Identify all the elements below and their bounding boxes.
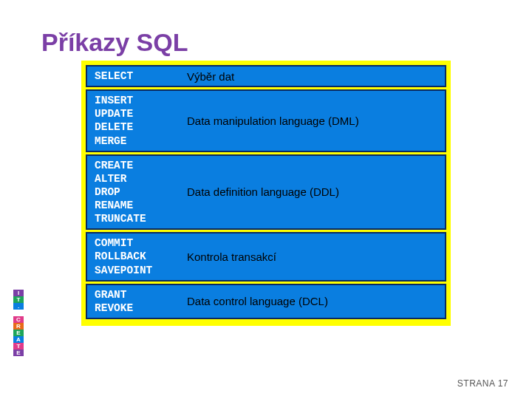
badge-cell: A bbox=[13, 336, 24, 343]
category-description: Data control language (DCL) bbox=[180, 292, 445, 310]
category-description: Data manipulation language (DML) bbox=[180, 112, 445, 130]
brand-badge: I T . C R E A T E bbox=[13, 290, 25, 356]
command-list: COMMIT ROLLBACK SAVEPOINT bbox=[87, 233, 180, 279]
command-list: GRANT REVOKE bbox=[87, 285, 180, 318]
slide-title: Příkazy SQL bbox=[41, 28, 188, 57]
category-description: Výběr dat bbox=[180, 67, 445, 86]
category-description: Kontrola transakcí bbox=[180, 248, 445, 266]
badge-cell: E bbox=[13, 349, 24, 356]
badge-cell: C bbox=[13, 316, 24, 323]
badge-cell: E bbox=[13, 330, 24, 336]
page-number: STRANA 17 bbox=[457, 378, 508, 389]
category-row: GRANT REVOKE Data control language (DCL) bbox=[86, 284, 446, 319]
badge-cell: I bbox=[13, 290, 24, 296]
category-row: COMMIT ROLLBACK SAVEPOINT Kontrola trans… bbox=[86, 232, 446, 281]
command-list: SELECT bbox=[87, 66, 180, 86]
category-description: Data definition language (DDL) bbox=[180, 183, 445, 201]
badge-gap bbox=[13, 310, 24, 316]
category-row: INSERT UPDATE DELETE MERGE Data manipula… bbox=[86, 89, 446, 152]
sql-categories-panel: SELECT Výběr dat INSERT UPDATE DELETE ME… bbox=[81, 61, 451, 326]
badge-cell: T bbox=[13, 296, 24, 303]
command-list: CREATE ALTER DROP RENAME TRUNCATE bbox=[87, 156, 180, 229]
badge-cell: T bbox=[13, 343, 24, 349]
command-list: INSERT UPDATE DELETE MERGE bbox=[87, 91, 180, 151]
badge-cell: R bbox=[13, 323, 24, 330]
badge-cell: . bbox=[13, 303, 24, 310]
category-row: SELECT Výběr dat bbox=[86, 65, 446, 87]
category-row: CREATE ALTER DROP RENAME TRUNCATE Data d… bbox=[86, 154, 446, 231]
